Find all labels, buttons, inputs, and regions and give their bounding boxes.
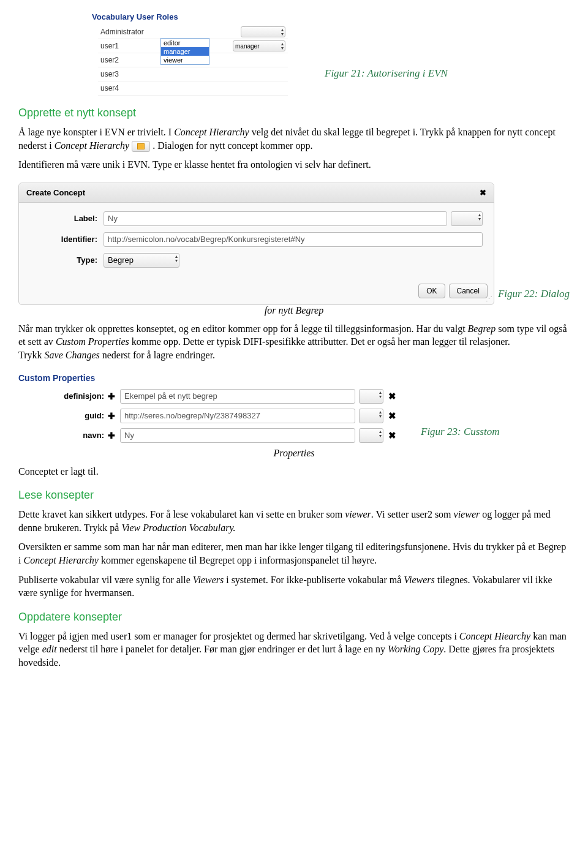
cp-row: definisjon: ✚ Ekempel på et nytt begrep … <box>18 389 396 404</box>
remove-icon[interactable]: ✖ <box>388 410 396 421</box>
updown-icon: ▴▾ <box>281 42 284 50</box>
vocab-row: Administrator ▴▾ <box>98 25 288 39</box>
vocab-user-name: user3 <box>100 70 285 78</box>
heading-oppdatere: Oppdatere konsepter <box>18 611 570 624</box>
paragraph: Conceptet er lagt til. <box>18 465 570 478</box>
create-concept-dialog: Create Concept ✖ Label: Ny ▴▾ Identifier… <box>18 183 494 305</box>
new-concept-button[interactable] <box>132 141 150 152</box>
plus-icon[interactable]: ✚ <box>108 391 115 401</box>
type-select[interactable]: Begrep ▴▾ <box>104 253 179 268</box>
plus-icon[interactable]: ✚ <box>108 431 115 440</box>
updown-icon: ▴▾ <box>379 410 382 418</box>
custom-properties-title: Custom Properties <box>18 373 396 383</box>
figure-21-caption: Figur 21: Autorisering i EVN <box>325 67 448 80</box>
identifier-label: Identifier: <box>30 235 104 244</box>
vocab-row: user3 <box>98 67 288 81</box>
figure-23-caption: Figur 23: Cusstom <box>421 426 499 438</box>
dialog-header: Create Concept ✖ <box>19 183 494 203</box>
paragraph: Å lage nye konspter i EVN er trivielt. I… <box>18 126 570 152</box>
cp-input[interactable]: Ekempel på et nytt begrep <box>120 389 355 404</box>
ok-button[interactable]: OK <box>418 284 445 298</box>
remove-icon[interactable]: ✖ <box>388 391 396 402</box>
lang-select[interactable]: ▴▾ <box>451 211 483 226</box>
cp-input[interactable]: http://seres.no/begrep/Ny/2387498327 <box>120 409 355 423</box>
close-icon[interactable]: ✖ <box>480 188 486 197</box>
vocab-user-name: Administrator <box>100 28 241 36</box>
label-input[interactable]: Ny <box>104 211 447 226</box>
cancel-button[interactable]: Cancel <box>449 284 488 298</box>
type-label: Type: <box>30 255 104 265</box>
figure-23-subcaption: Properties <box>18 448 570 459</box>
resize-grip-icon[interactable]: ⋰ <box>486 295 492 303</box>
dialog-title: Create Concept <box>26 188 85 197</box>
figure-22-caption: Figur 22: Dialog <box>498 288 570 300</box>
vocab-roles-title: Vocabulary User Roles <box>92 12 288 21</box>
updown-icon: ▴▾ <box>379 429 382 438</box>
role-select[interactable]: manager ▴▾ <box>233 40 285 51</box>
lang-select[interactable]: ▴▾ <box>359 409 383 423</box>
role-option[interactable]: editor <box>161 39 209 47</box>
square-icon <box>137 143 145 149</box>
remove-icon[interactable]: ✖ <box>388 430 396 441</box>
heading-lese: Lese konsepter <box>18 489 570 502</box>
heading-opprette: Opprette et nytt konsept <box>18 107 570 119</box>
figure-22-subcaption: for nytt Begrep <box>18 305 570 316</box>
paragraph: Identifieren må være unik i EVN. Type er… <box>18 158 570 172</box>
paragraph: Når man trykker ok opprettes konseptet, … <box>18 322 570 362</box>
paragraph: Vi logger på igjen med user1 som er mana… <box>18 630 570 670</box>
identifier-input[interactable]: http://semicolon.no/vocab/Begrep/Konkurs… <box>104 232 483 247</box>
updown-icon: ▴▾ <box>379 390 382 399</box>
cp-row: guid: ✚ http://seres.no/begrep/Ny/238749… <box>18 409 396 423</box>
cp-label: definisjon: <box>18 391 108 401</box>
figure-23: Custom Properties definisjon: ✚ Ekempel … <box>18 368 570 448</box>
updown-icon: ▴▾ <box>281 28 284 36</box>
updown-icon: ▴▾ <box>175 254 178 263</box>
vocab-row: user4 <box>98 81 288 96</box>
lang-select[interactable]: ▴▾ <box>359 389 383 404</box>
updown-icon: ▴▾ <box>478 213 481 221</box>
vocab-user-name: user4 <box>100 84 285 92</box>
role-popup[interactable]: editor manager viewer <box>160 38 209 65</box>
role-select[interactable]: ▴▾ <box>241 26 285 37</box>
vocab-roles-widget: Vocabulary User Roles Administrator ▴▾ u… <box>98 12 288 96</box>
lang-select[interactable]: ▴▾ <box>359 428 383 443</box>
label-label: Label: <box>30 214 104 223</box>
role-option-selected[interactable]: manager <box>161 47 209 56</box>
paragraph: Oversikten er samme som man har når man … <box>18 540 570 567</box>
cp-label: guid: <box>18 411 108 420</box>
cp-label: navn: <box>18 431 108 440</box>
cp-input[interactable]: Ny <box>120 428 355 443</box>
plus-icon[interactable]: ✚ <box>108 411 115 421</box>
paragraph: Dette kravet kan sikkert utdypes. For å … <box>18 508 570 534</box>
figure-22: Create Concept ✖ Label: Ny ▴▾ Identifier… <box>18 178 570 305</box>
role-option[interactable]: viewer <box>161 56 209 64</box>
cp-row: navn: ✚ Ny ▴▾ ✖ <box>18 428 396 443</box>
figure-21: Vocabulary User Roles Administrator ▴▾ u… <box>18 12 570 96</box>
paragraph: Publiserte vokabular vil være synlig for… <box>18 573 570 600</box>
